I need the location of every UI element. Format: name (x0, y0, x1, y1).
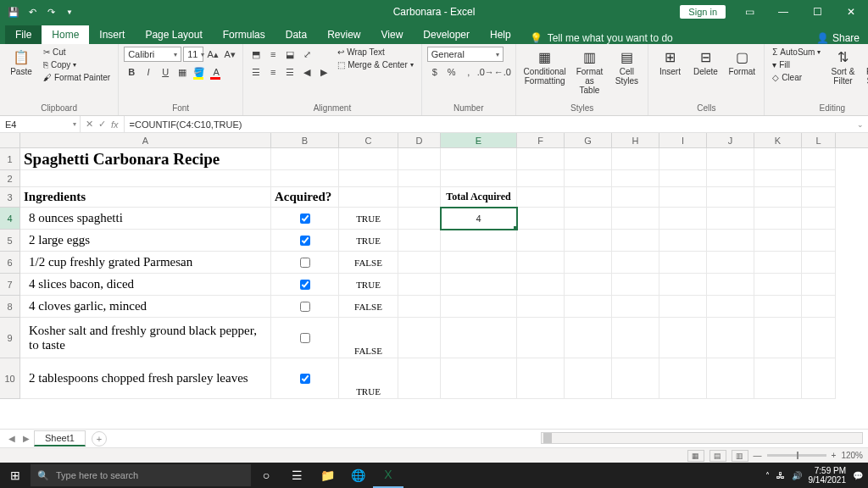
cell[interactable] (612, 318, 659, 358)
cell[interactable]: FALSE (339, 318, 398, 358)
cell[interactable] (802, 230, 836, 252)
cell[interactable] (707, 274, 754, 296)
indent-decrease-icon[interactable]: ◀ (299, 64, 314, 80)
cell[interactable] (802, 148, 836, 170)
cell[interactable] (659, 274, 707, 296)
tab-review[interactable]: Review (317, 25, 370, 44)
cell[interactable] (659, 358, 707, 399)
cell[interactable] (612, 170, 659, 187)
copy-button[interactable]: ⎘Copy▾ (41, 59, 113, 70)
cell[interactable] (707, 358, 754, 399)
horizontal-scrollbar[interactable] (541, 432, 863, 444)
cell[interactable] (517, 148, 565, 170)
select-all-corner[interactable] (0, 133, 20, 147)
cell[interactable] (339, 148, 398, 170)
cell[interactable]: FALSE (339, 252, 398, 274)
cell[interactable] (707, 187, 754, 208)
tab-file[interactable]: File (5, 25, 42, 44)
italic-icon[interactable]: I (141, 64, 156, 80)
cell[interactable] (517, 170, 565, 187)
cell[interactable] (707, 230, 754, 252)
cell[interactable]: 2 tablespoons chopped fresh parsley leav… (20, 358, 271, 399)
cell[interactable] (441, 358, 517, 399)
acquired-checkbox[interactable] (300, 374, 310, 384)
cell[interactable] (398, 318, 441, 358)
cell[interactable] (565, 296, 612, 318)
cell[interactable] (802, 252, 836, 274)
qa-dropdown-icon[interactable]: ▼ (63, 5, 76, 19)
delete-cells-button[interactable]: ⊟Delete (689, 47, 721, 78)
cell[interactable] (659, 318, 707, 358)
zoom-out-icon[interactable]: — (754, 451, 762, 460)
acquired-checkbox[interactable] (300, 333, 310, 343)
row-header[interactable]: 7 (0, 274, 20, 296)
chrome-icon[interactable]: 🌐 (342, 463, 373, 488)
maximize-icon[interactable]: ☐ (800, 0, 834, 24)
acquired-checkbox[interactable] (300, 302, 310, 312)
cell[interactable]: Ingredients (20, 187, 271, 208)
cell[interactable] (517, 230, 565, 252)
minimize-icon[interactable]: — (766, 0, 800, 24)
cell[interactable] (612, 187, 659, 208)
cell[interactable] (271, 170, 339, 187)
cell[interactable] (754, 274, 802, 296)
column-header-b[interactable]: B (271, 133, 339, 147)
wrap-text-button[interactable]: ↩Wrap Text (335, 47, 416, 58)
row-header[interactable]: 8 (0, 296, 20, 318)
cell[interactable] (659, 208, 707, 230)
fill-button[interactable]: ▾Fill (770, 59, 823, 70)
cell[interactable] (398, 230, 441, 252)
undo-icon[interactable]: ↶ (25, 5, 39, 19)
font-size-select[interactable]: 11▾ (183, 47, 203, 62)
column-header-j[interactable]: J (707, 133, 754, 147)
formula-input[interactable]: =COUNTIF(C4:C10,TRUE) (125, 116, 853, 132)
cell[interactable] (754, 148, 802, 170)
cell[interactable] (802, 170, 836, 187)
align-top-icon[interactable]: ⬒ (248, 47, 264, 62)
cell[interactable] (659, 170, 707, 187)
cell[interactable] (398, 252, 441, 274)
increase-decimal-icon[interactable]: .0→ (478, 64, 493, 80)
percent-icon[interactable]: % (444, 64, 459, 80)
notifications-icon[interactable]: 💬 (853, 471, 863, 480)
cell[interactable] (754, 170, 802, 187)
cell[interactable]: Spaghetti Carbonara Recipe (20, 148, 271, 170)
decrease-decimal-icon[interactable]: ←.0 (495, 64, 510, 80)
cell[interactable] (517, 274, 565, 296)
enter-formula-icon[interactable]: ✓ (98, 119, 106, 130)
cut-button[interactable]: ✂Cut (41, 47, 113, 58)
cell[interactable] (754, 252, 802, 274)
tab-data[interactable]: Data (275, 25, 317, 44)
cell[interactable] (517, 208, 565, 230)
sort-filter-button[interactable]: ⇅Sort & Filter (826, 47, 859, 87)
cell[interactable]: TRUE (339, 274, 398, 296)
cell[interactable] (612, 208, 659, 230)
cell[interactable] (754, 187, 802, 208)
comma-icon[interactable]: , (461, 64, 476, 80)
cell[interactable] (441, 148, 517, 170)
cell[interactable] (659, 230, 707, 252)
volume-icon[interactable]: 🔊 (792, 471, 802, 480)
tab-page-layout[interactable]: Page Layout (135, 25, 212, 44)
border-icon[interactable]: ▦ (175, 64, 190, 80)
cell[interactable] (565, 252, 612, 274)
cell[interactable] (271, 358, 339, 399)
cell[interactable] (565, 148, 612, 170)
cell[interactable] (802, 274, 836, 296)
cell[interactable] (612, 252, 659, 274)
share-button[interactable]: 👤 Share (816, 32, 860, 44)
normal-view-icon[interactable]: ▦ (687, 450, 704, 462)
cell[interactable]: 1/2 cup freshly grated Parmesan (20, 252, 271, 274)
decrease-font-icon[interactable]: A▾ (222, 47, 237, 62)
font-color-icon[interactable]: A (209, 64, 224, 80)
cell[interactable]: 2 large eggs (20, 230, 271, 252)
cell[interactable] (659, 252, 707, 274)
cell[interactable] (612, 358, 659, 399)
cell[interactable] (754, 318, 802, 358)
cell[interactable] (612, 274, 659, 296)
tab-formulas[interactable]: Formulas (213, 25, 275, 44)
cell[interactable] (517, 358, 565, 399)
row-header[interactable]: 4 (0, 208, 20, 230)
format-as-table-button[interactable]: ▥Format as Table (572, 47, 608, 97)
cell[interactable] (707, 296, 754, 318)
